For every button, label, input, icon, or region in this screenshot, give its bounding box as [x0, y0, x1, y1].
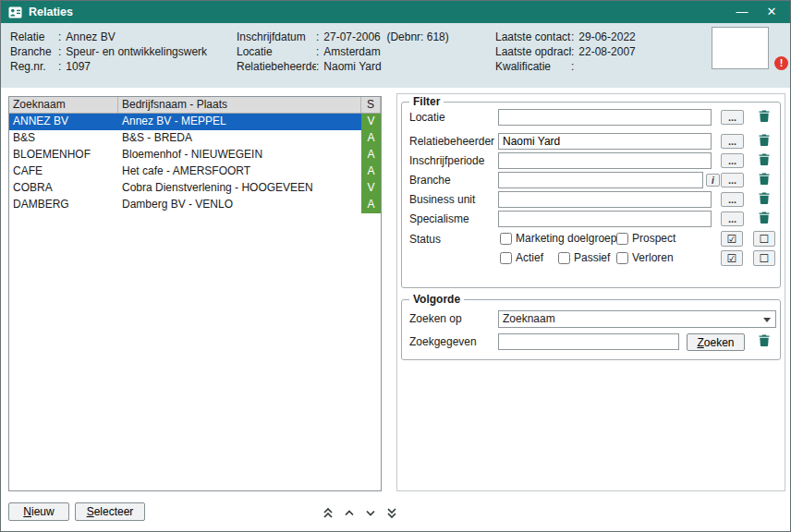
minimize-button[interactable]: —	[733, 1, 751, 23]
table-row[interactable]: BLOEMENHOF Bloemenhof - NIEUWEGEIN A	[9, 147, 381, 163]
cell-zoeknaam: BLOEMENHOF	[9, 147, 118, 163]
branche-input[interactable]	[498, 172, 703, 188]
volgorde-group: Volgorde Zoeken op Zoeknaam Zoekgegeven …	[401, 299, 781, 360]
table-row[interactable]: CAFE Het cafe - AMERSFOORT A	[9, 163, 381, 180]
field-value: 29-06-2022	[578, 30, 635, 44]
passief-checkbox[interactable]	[558, 252, 570, 264]
locatie-lookup-button[interactable]: ...	[721, 110, 744, 125]
inschrijfperiode-input[interactable]	[498, 152, 712, 169]
status-uncheck-all-button[interactable]: ☐	[753, 231, 775, 247]
header-info: Relatie:Annez BV Branche:Speur- en ontwi…	[1, 23, 790, 88]
branche-clear-button[interactable]	[754, 173, 774, 187]
cell-zoeknaam: CAFE	[9, 163, 118, 180]
zoeken-op-select[interactable]: Zoeknaam	[498, 310, 776, 328]
verloren-checkbox[interactable]	[616, 252, 628, 264]
business-unit-input[interactable]	[498, 191, 712, 208]
alert-icon: !	[774, 56, 788, 70]
relatiebeheerder-label: Relatiebeheerder	[409, 135, 494, 148]
marketing-doelgroep-checkbox[interactable]	[500, 233, 512, 245]
status2-uncheck-all-button[interactable]: ☐	[753, 250, 775, 266]
field-label: Reg.nr.	[10, 59, 58, 74]
cell-bedrijfsnaam: Damberg BV - VENLO	[118, 197, 361, 213]
marketing-doelgroep-label: Marketing doelgroep	[516, 232, 616, 245]
locatie-clear-button[interactable]	[754, 110, 774, 125]
specialisme-input[interactable]	[498, 211, 712, 227]
actief-checkbox[interactable]	[500, 252, 512, 264]
field-value: Speur- en ontwikkelingswerk	[66, 44, 207, 59]
table-row[interactable]: B&S B&S - BREDA A	[9, 130, 381, 147]
cell-zoeknaam: ANNEZ BV	[9, 114, 118, 130]
field-separator: :	[571, 59, 578, 74]
table-row[interactable]: ANNEZ BV Annez BV - MEPPEL V	[9, 114, 381, 130]
zoekgegeven-input[interactable]	[498, 333, 679, 350]
scroll-to-bottom-button[interactable]	[384, 505, 399, 523]
trash-icon	[759, 173, 770, 187]
filter-group: Filter Locatie ... Relatiebeheerder ... …	[401, 102, 781, 288]
relatiebeheerder-clear-button[interactable]	[754, 134, 774, 149]
field-label: Inschrijfdatum	[237, 30, 316, 44]
relatiebeheerder-lookup-button[interactable]: ...	[721, 134, 744, 149]
trash-icon	[759, 134, 770, 149]
field-separator: :	[316, 30, 323, 44]
actief-label: Actief	[516, 251, 543, 264]
inschrijfperiode-lookup-button[interactable]: ...	[721, 153, 744, 168]
specialisme-clear-button[interactable]	[754, 212, 774, 226]
field-value: 27-07-2006 (Debnr: 618)	[323, 30, 448, 44]
filter-group-title: Filter	[409, 95, 444, 109]
specialisme-lookup-button[interactable]: ...	[721, 212, 744, 226]
zoeken-button[interactable]: Zoeken	[687, 333, 745, 351]
inschrijfperiode-clear-button[interactable]	[754, 153, 774, 168]
col-zoeknaam[interactable]: Zoeknaam	[9, 97, 118, 113]
branche-info-button[interactable]: i	[706, 174, 720, 187]
filter-row-business-unit: Business unit ...	[402, 191, 780, 209]
chevron-down-icon	[763, 318, 771, 322]
inschrijfperiode-label: Inschrijfperiode	[409, 154, 484, 167]
nieuw-button[interactable]: Nieuw	[8, 502, 69, 521]
relatiebeheerder-input[interactable]	[498, 133, 712, 150]
actief-option: Actief	[500, 251, 543, 264]
filter-row-locatie: Locatie ...	[402, 109, 780, 127]
locatie-input[interactable]	[498, 109, 712, 126]
col-bedrijfsnaam[interactable]: Bedrijfsnaam - Plaats	[118, 97, 361, 113]
business-unit-lookup-button[interactable]: ...	[721, 192, 744, 207]
trash-icon	[759, 110, 770, 125]
field-label: Branche	[10, 44, 58, 59]
passief-option: Passief	[558, 251, 610, 264]
zoeken-op-label: Zoeken op	[409, 312, 462, 325]
filter-panel: Filter Locatie ... Relatiebeheerder ... …	[396, 93, 785, 491]
trash-icon	[759, 192, 770, 207]
selecteer-button[interactable]: Selecteer	[75, 502, 145, 521]
status-badge: A	[361, 130, 381, 147]
status-label: Status	[409, 233, 441, 246]
status-check-all-button[interactable]: ☑	[721, 231, 743, 247]
zoekgegeven-clear-button[interactable]	[754, 334, 774, 349]
cell-bedrijfsnaam: Bloemenhof - NIEUWEGEIN	[118, 147, 361, 163]
table-header-row: Zoeknaam Bedrijfsnaam - Plaats S	[9, 97, 381, 114]
filter-row-relatiebeheerder: Relatiebeheerder ...	[402, 133, 780, 151]
filter-row-specialisme: Specialisme ...	[402, 211, 780, 228]
scroll-to-top-button[interactable]	[321, 505, 335, 523]
prospect-label: Prospect	[632, 232, 675, 245]
business-unit-label: Business unit	[409, 193, 475, 206]
field-separator: :	[316, 59, 323, 74]
relaties-window: Relaties — ✕ Relatie:Annez BV Branche:Sp…	[0, 0, 791, 532]
close-button[interactable]: ✕	[762, 1, 781, 23]
scroll-up-button[interactable]	[342, 505, 357, 523]
status-badge: A	[361, 197, 381, 213]
zoeken-op-value: Zoeknaam	[503, 312, 555, 325]
prospect-checkbox[interactable]	[616, 233, 628, 245]
col-status[interactable]: S	[361, 97, 381, 113]
field-value: 22-08-2007	[578, 44, 635, 59]
branche-lookup-button[interactable]: ...	[721, 173, 744, 187]
field-label: Laatste contact	[495, 30, 571, 44]
status-badge: V	[361, 114, 381, 130]
zoeken-op-row: Zoeken op Zoeknaam	[402, 310, 780, 328]
business-unit-clear-button[interactable]	[754, 192, 774, 207]
table-row[interactable]: COBRA Cobra Dienstverlening - HOOGEVEEN …	[9, 180, 381, 197]
double-chevron-up-icon	[322, 506, 335, 522]
status2-check-all-button[interactable]: ☑	[721, 250, 743, 266]
table-row[interactable]: DAMBERG Damberg BV - VENLO A	[9, 197, 381, 213]
status-badge: A	[361, 147, 381, 163]
cell-bedrijfsnaam: Cobra Dienstverlening - HOOGEVEEN	[118, 180, 361, 197]
scroll-down-button[interactable]	[363, 505, 378, 523]
